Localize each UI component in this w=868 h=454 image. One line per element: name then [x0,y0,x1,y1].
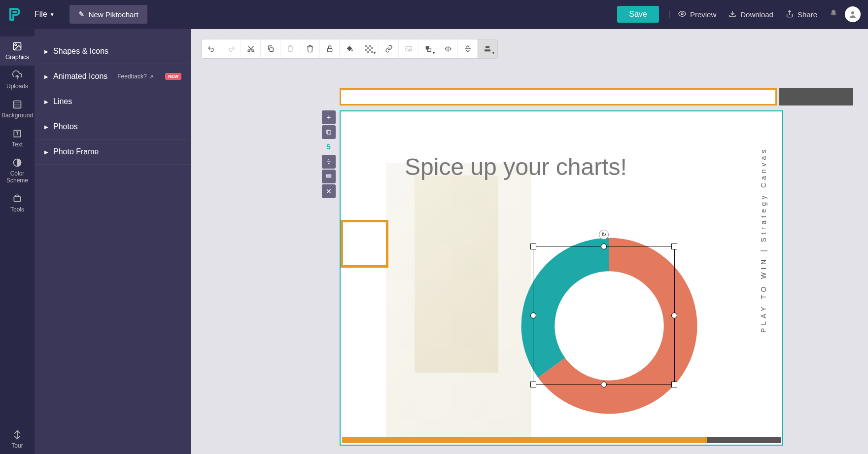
svg-rect-28 [327,131,331,134]
flip-horizontal-button[interactable] [438,39,458,58]
fill-button[interactable] [340,39,359,58]
move-slide-button[interactable] [322,155,336,169]
delete-button[interactable] [300,39,320,58]
resize-handle-r[interactable] [671,313,677,318]
caret-right-icon: ▶ [44,49,48,54]
resize-handle-bl[interactable] [530,382,536,387]
align-button[interactable]: ▼ [478,39,497,58]
caret-down-icon: ▼ [373,51,377,55]
preview-button[interactable]: Preview [678,10,716,19]
slide-canvas[interactable]: Spice up your charts! PLAY TO WIN | Stra… [340,110,783,446]
svg-point-0 [681,13,683,15]
resize-handle-tr[interactable] [671,244,677,249]
cut-button[interactable] [241,39,261,58]
resize-handle-br[interactable] [671,382,677,387]
svg-rect-27 [485,49,490,51]
save-button[interactable]: Save [617,6,659,23]
new-piktochart-button[interactable]: ✎ New Piktochart [69,5,147,24]
caret-down-icon: ▼ [491,51,495,55]
share-button[interactable]: Share [786,10,817,19]
delete-slide-button[interactable]: ✕ [322,184,336,198]
rail-tools[interactable]: Tools [0,189,35,218]
link-button[interactable] [379,39,399,58]
panel-photoframe-label: Photo Frame [53,147,99,156]
svg-rect-15 [369,45,371,47]
caret-right-icon: ▶ [44,124,48,130]
vertical-label-text[interactable]: PLAY TO WIN | Strategy Canvas [760,136,767,343]
file-menu-label: File [35,10,47,19]
image-button[interactable] [399,39,418,58]
rail-background[interactable]: Background [0,95,35,124]
svg-rect-13 [327,48,332,52]
separator: | [669,10,671,19]
rail-tour[interactable]: Tour [0,425,35,454]
caret-down-icon: ▼ [432,51,436,55]
svg-rect-29 [326,175,331,176]
new-badge: NEW [165,73,181,80]
graphics-panel: ▶ Shapes & Icons ▶ Animated Icons Feedba… [35,29,191,454]
panel-animated-icons[interactable]: ▶ Animated Icons Feedback? ↗ NEW [35,64,191,89]
user-avatar[interactable] [845,6,861,22]
download-label: Download [740,10,773,19]
redo-button[interactable] [221,39,241,58]
orange-accent-square[interactable] [341,220,388,268]
rotate-handle[interactable]: ↻ [599,230,609,240]
svg-rect-20 [367,51,369,53]
rail-background-label: Background [1,112,33,119]
svg-rect-19 [369,49,371,51]
share-label: Share [798,10,817,19]
share-icon [786,10,794,19]
caret-right-icon: ▶ [44,149,48,155]
svg-rect-18 [365,49,367,51]
pencil-icon: ✎ [78,10,85,19]
arrange-button[interactable]: ▼ [418,39,438,58]
panel-photos[interactable]: ▶ Photos [35,114,191,140]
selection-bounding-box[interactable]: ↻ [533,246,675,385]
feedback-link[interactable]: Feedback? [117,73,146,80]
paste-button[interactable] [280,39,300,58]
resize-handle-l[interactable] [530,313,536,318]
resize-handle-b[interactable] [601,382,607,387]
rail-uploads[interactable]: Uploads [0,66,35,95]
previous-slide-peek[interactable] [340,88,853,105]
slide-title-text[interactable]: Spice up your charts! [405,153,627,180]
rail-text[interactable]: Text [0,124,35,153]
svg-rect-17 [371,47,373,49]
svg-point-1 [851,11,854,14]
panel-lines-label: Lines [53,97,72,106]
panel-photo-frame[interactable]: ▶ Photo Frame [35,140,191,165]
slide-settings-button[interactable] [322,170,336,183]
external-link-icon: ↗ [149,74,153,79]
resize-handle-tl[interactable] [530,244,536,249]
panel-shapes-icons[interactable]: ▶ Shapes & Icons [35,39,191,64]
file-menu[interactable]: File ▼ [35,10,55,19]
lock-button[interactable] [320,39,340,58]
canvas-toolbar: ▼ ▼ ▼ [201,39,498,59]
rail-color-label: Color Scheme [0,170,35,184]
svg-point-3 [15,44,16,45]
panel-shapes-label: Shapes & Icons [53,47,108,56]
canvas-area: ▼ ▼ ▼ + 5 ✕ Spice up your charts! PLAY T… [191,29,868,454]
eye-icon [678,10,686,19]
left-rail: Graphics Uploads Background Text Color S… [0,29,35,454]
add-slide-button[interactable]: + [322,110,336,124]
undo-button[interactable] [202,39,221,58]
notification-bell-icon[interactable] [830,9,837,19]
caret-right-icon: ▶ [44,74,48,79]
download-icon [729,10,736,19]
panel-lines[interactable]: ▶ Lines [35,89,191,114]
flip-vertical-button[interactable] [458,39,478,58]
clone-slide-button[interactable] [322,125,336,139]
copy-button[interactable] [261,39,280,58]
rail-color-scheme[interactable]: Color Scheme [0,153,35,189]
panel-photos-label: Photos [53,122,78,131]
download-button[interactable]: Download [729,10,773,19]
opacity-button[interactable]: ▼ [359,39,379,58]
svg-rect-10 [270,48,273,51]
svg-point-8 [248,50,250,52]
rail-graphics-label: Graphics [5,54,29,61]
resize-handle-t[interactable] [601,244,607,249]
caret-right-icon: ▶ [44,99,48,105]
app-logo[interactable] [7,7,22,22]
rail-graphics[interactable]: Graphics [0,36,35,66]
